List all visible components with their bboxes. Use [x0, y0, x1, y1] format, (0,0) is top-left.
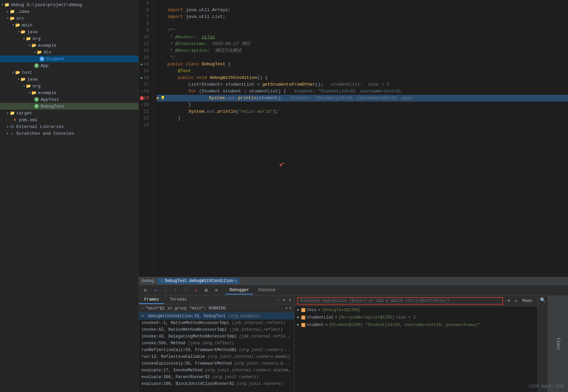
fold-gutter-icon[interactable]: ▴: [139, 103, 144, 107]
search-icon[interactable]: 🔍: [540, 297, 546, 303]
sidebar-item-pom[interactable]: m pom.xml: [0, 116, 138, 123]
tab-console[interactable]: Console: [255, 286, 280, 295]
tab-frames[interactable]: Frames: [139, 296, 164, 304]
sidebar-item-debugtest[interactable]: C DebugTest: [0, 103, 138, 110]
toolbar-step-in-btn[interactable]: ↓: [162, 287, 169, 294]
sidebar-item-dto[interactable]: 📂 dto: [0, 49, 138, 56]
line-num-13: 13: [139, 54, 151, 61]
evaluate-expression-input[interactable]: [297, 297, 503, 305]
code-line-13: */: [157, 54, 568, 61]
xml-icon: m: [12, 117, 18, 123]
tree-arrow: [23, 84, 25, 88]
sidebar-item-idea[interactable]: 📁 .idea: [0, 8, 138, 15]
frame-pkg: (org.junit.runners): [212, 375, 259, 379]
class-green-icon: C: [34, 97, 39, 102]
running-status: ✓ "main"@1 in group "main": RUNNING ▾ ⬇: [139, 304, 294, 312]
frame-label: evaluate:100, BlockJUnit4ClassRunner$1: [141, 382, 237, 386]
line-num-20: 20 ▴: [139, 102, 151, 108]
folder-icon: 📁: [4, 2, 9, 7]
tree-arrow: [7, 9, 9, 14]
tree-arrow: [12, 23, 14, 27]
toolbar-run-to-cursor-btn[interactable]: ↑: [182, 287, 190, 294]
line-num-17: 17: [139, 81, 151, 88]
frame-item[interactable]: evaluate:306, ParentRunner$3 (org.junit.…: [139, 374, 294, 380]
var-expand-icon[interactable]: ▶: [297, 315, 299, 319]
watch-dropdown-button[interactable]: ▾: [515, 299, 517, 304]
frames-panel: Frames Threads ✓ ▾ ⬇ ✓ "main"@1 in group…: [139, 296, 294, 392]
var-type-icon: ≡: [301, 315, 305, 320]
fold-gutter-icon[interactable]: ▾: [139, 89, 144, 94]
frame-item[interactable]: evaluate:17, InvokeMethod (org.junit.int…: [139, 367, 294, 374]
sidebar-item-test-example[interactable]: 📂 example: [0, 89, 138, 96]
toolbar-step-out-btn[interactable]: ↑: [172, 287, 179, 294]
sidebar-item-target[interactable]: 📁 target: [0, 110, 138, 116]
debug-icon: ⬡: [160, 279, 163, 283]
frame-item[interactable]: invoke:62, NativeMethodAccessorImpl (jdk…: [139, 326, 294, 333]
var-expand-icon[interactable]: ▶: [297, 323, 299, 327]
filter-icon[interactable]: ▾: [285, 306, 288, 311]
add-watch-button[interactable]: +: [506, 298, 512, 304]
toolbar-step-over-btn[interactable]: ↷: [152, 287, 159, 294]
folder-blue-icon: 📂: [20, 29, 26, 35]
frame-item[interactable]: runReflectiveCall:59, FrameworkMethod$1 …: [139, 347, 294, 353]
tree-label: java: [27, 29, 38, 35]
frame-item[interactable]: ↩ debugWithCondition:19, DebugTest (org.…: [139, 312, 294, 320]
toolbar-settings-btn[interactable]: ≡: [213, 287, 220, 294]
expand-icon[interactable]: ⬇: [289, 306, 291, 311]
frame-item[interactable]: invokeExplosively:56, FrameworkMethod (o…: [139, 360, 294, 367]
sidebar-item-org[interactable]: 📂 org: [0, 35, 138, 42]
tree-label: External Libraries: [16, 124, 64, 129]
frame-item[interactable]: run:12, ReflectiveCallable (org.junit.in…: [139, 353, 294, 360]
sidebar-item-java[interactable]: 📂 java: [0, 28, 138, 35]
breakpoint-icon[interactable]: [139, 96, 144, 101]
run-gutter-icon[interactable]: ▶: [139, 75, 144, 80]
tab-debugger[interactable]: Debugger: [225, 286, 253, 295]
sidebar-item-test[interactable]: 📂 test: [0, 69, 138, 76]
sidebar-item-test-org[interactable]: 📂 org: [0, 83, 138, 89]
sidebar-item-apptest[interactable]: C AppTest: [0, 96, 138, 103]
close-tab-button[interactable]: ✕: [235, 279, 237, 283]
sidebar-item-app[interactable]: C App: [0, 62, 138, 69]
tab-threads[interactable]: Threads: [164, 296, 192, 304]
tree-arrow: [34, 50, 36, 54]
frame-item[interactable]: invoke:43, DelegatingMethodAccessorImpl …: [139, 333, 294, 340]
class-button[interactable]: Class: [548, 296, 568, 392]
toolbar-list-btn[interactable]: ≡: [141, 287, 149, 294]
tree-arrow: [7, 131, 9, 135]
code-content: import java.util.Arrays; import java.uti…: [154, 0, 568, 277]
line-num-5: 5: [139, 0, 151, 7]
sidebar-item-ext-libs[interactable]: ⛁ External Libraries: [0, 123, 138, 130]
code-line-11: * @Createtime: 2023-09-17 周日: [157, 41, 568, 47]
frame-item[interactable]: invoke:566, Method (java.lang.reflect): [139, 340, 294, 347]
var-expand-icon[interactable]: ▶: [297, 308, 299, 312]
var-item-studentlist[interactable]: ▶ ≡ studentList = {Arrays$ArrayList@1205…: [294, 314, 538, 321]
frame-label: invoke:43, DelegatingMethodAccessorImpl: [141, 334, 239, 339]
frame-pkg: (java.lang.reflect): [188, 341, 234, 346]
sidebar-item-example[interactable]: 📂 example: [0, 42, 138, 49]
debug-session-tab[interactable]: ⬡ DebugTest.debugWithCondition ✕: [157, 278, 239, 284]
line-num-11: 11: [139, 41, 151, 47]
folder-icon: 📂: [37, 49, 42, 55]
sidebar-item-scratches[interactable]: ✏ Scratches and Consoles: [0, 130, 138, 137]
tree-root[interactable]: 📁 debug D:\java\project\debug: [0, 1, 138, 8]
frame-item[interactable]: evaluate:100, BlockJUnit4ClassRunner$1 (…: [139, 380, 294, 387]
frame-pkg: (org.junit.runners...: [239, 348, 290, 352]
sidebar-item-student[interactable]: C Student: [0, 56, 138, 62]
sidebar-item-main[interactable]: 📂 main: [0, 22, 138, 28]
var-item-student[interactable]: ▶ ≡ student = {Student@1206} "Student(id…: [294, 321, 538, 329]
var-item-this[interactable]: ▶ ≡ this = {DebugTest@1208}: [294, 306, 538, 314]
run-gutter-icon[interactable]: ▶: [139, 62, 144, 67]
sidebar-item-test-java[interactable]: 📂 java: [0, 76, 138, 83]
toolbar-stop-btn[interactable]: ✕: [192, 287, 200, 294]
running-label: "main"@1 in group "main": RUNNING: [145, 306, 226, 311]
expand-btn[interactable]: ⬇: [288, 297, 292, 304]
frame-item[interactable]: invoke0:-1, NativeMethodAccessorImpl (jd…: [139, 320, 294, 326]
sidebar-item-src[interactable]: 📂 src: [0, 15, 138, 22]
code-line-5: [157, 0, 568, 7]
memo-button[interactable]: Memo: [520, 299, 535, 303]
folder-icon: 📂: [26, 36, 31, 41]
filter-btn[interactable]: ▾: [282, 297, 286, 304]
toolbar-grid-btn[interactable]: ⊞: [202, 287, 210, 294]
debug-label: debug:: [141, 279, 156, 283]
code-line-6: import java.util.Arrays;: [157, 7, 568, 14]
